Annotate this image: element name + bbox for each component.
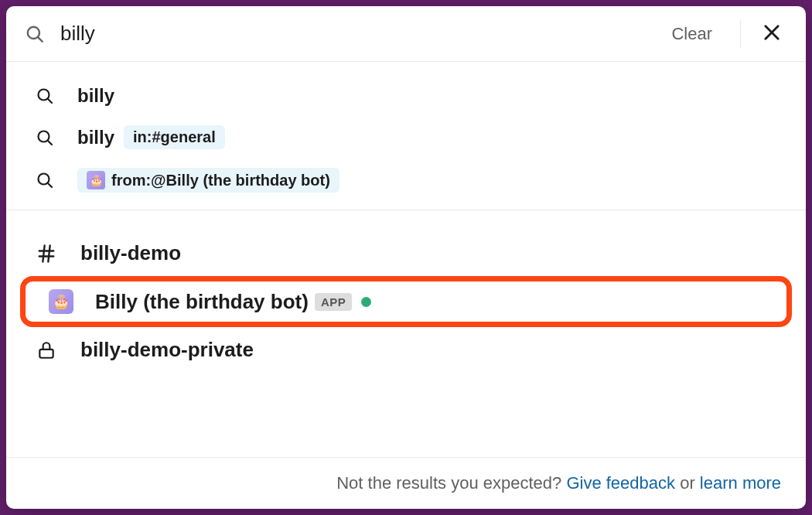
svg-line-5 <box>48 99 52 103</box>
result-name: Billy (the birthday bot) <box>95 290 309 314</box>
divider <box>740 20 741 48</box>
clear-button[interactable]: Clear <box>659 24 725 44</box>
avatar-icon: 🎂 <box>87 171 105 189</box>
learn-more-link[interactable]: learn more <box>700 473 781 493</box>
presence-indicator-active <box>361 297 371 307</box>
search-icon <box>34 128 56 147</box>
chip-label: from:@Billy (the birthday bot) <box>111 172 330 189</box>
search-header: Clear <box>6 6 806 62</box>
search-icon <box>34 87 56 105</box>
search-panel: Clear billy <box>6 6 806 509</box>
search-footer: Not the results you expected? Give feedb… <box>6 457 806 509</box>
app-avatar: 🎂 <box>49 289 73 314</box>
suggestion-query[interactable]: billy <box>6 76 806 116</box>
footer-or: or <box>675 473 700 493</box>
result-name: billy-demo <box>80 241 181 265</box>
suggestion-from[interactable]: 🎂 from:@Billy (the birthday bot) <box>6 159 806 202</box>
suggestion-text: billy <box>77 127 114 148</box>
result-private-channel[interactable]: billy-demo-private <box>6 327 806 373</box>
result-content: Billy (the birthday bot) APP <box>95 290 371 314</box>
close-button[interactable] <box>756 17 787 50</box>
result-app-highlighted[interactable]: 🎂 Billy (the birthday bot) APP <box>20 276 792 327</box>
svg-line-7 <box>48 141 52 145</box>
close-icon <box>761 22 783 46</box>
filter-chip-from: 🎂 from:@Billy (the birthday bot) <box>77 168 339 193</box>
give-feedback-link[interactable]: Give feedback <box>566 473 675 493</box>
search-results: billy-demo 🎂 Billy (the birthday bot) AP… <box>6 210 806 457</box>
footer-prompt: Not the results you expected? <box>336 473 566 493</box>
hash-icon <box>34 243 59 264</box>
suggestion-scoped[interactable]: billy in:#general <box>6 116 806 159</box>
suggestion-text: billy <box>77 85 114 107</box>
search-icon <box>34 171 56 189</box>
suggestion-content: billy in:#general <box>77 125 225 149</box>
result-name: billy-demo-private <box>80 338 254 362</box>
svg-line-12 <box>43 245 44 261</box>
suggestion-content: 🎂 from:@Billy (the birthday bot) <box>77 168 339 193</box>
lock-icon <box>34 340 59 360</box>
search-suggestions: billy billy in:#general 🎂 <box>6 62 806 210</box>
svg-line-9 <box>48 183 52 187</box>
svg-line-1 <box>38 37 42 41</box>
app-badge: APP <box>315 293 352 311</box>
svg-line-13 <box>48 245 49 261</box>
svg-rect-14 <box>39 349 53 357</box>
filter-chip-channel: in:#general <box>124 125 225 149</box>
search-icon <box>25 24 45 44</box>
avatar-icon: 🎂 <box>49 289 73 314</box>
result-channel[interactable]: billy-demo <box>6 230 806 276</box>
search-input[interactable] <box>60 22 643 46</box>
